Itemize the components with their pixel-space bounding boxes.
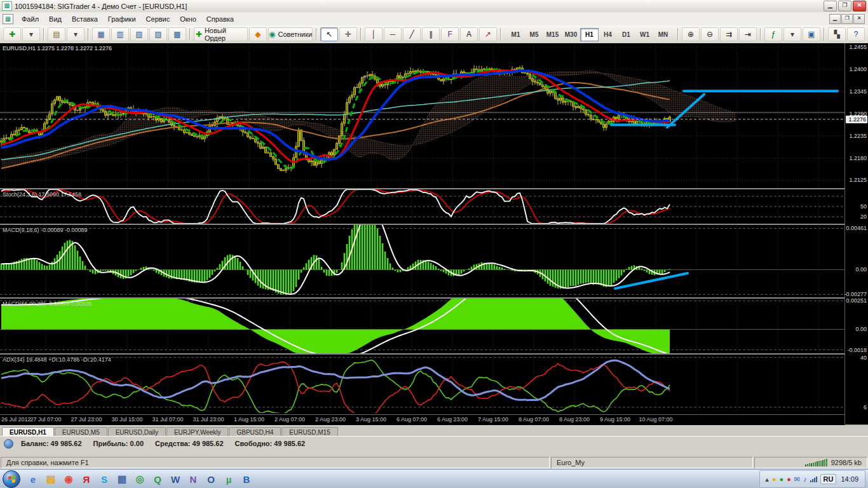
cursor-button[interactable]: ↖ <box>320 27 338 41</box>
taskbar-outlook[interactable]: O <box>203 471 219 487</box>
chart-canvas[interactable] <box>0 43 845 414</box>
tab-eurusd-m5[interactable]: EURUSD,M5 <box>55 427 107 437</box>
tray-show-hidden-icon[interactable]: ▴ <box>765 476 769 483</box>
time-label: 27 Jul 23:00 <box>71 416 102 423</box>
alert-button[interactable]: ◆ <box>249 27 267 41</box>
mdi-close-button[interactable]: ✕ <box>853 14 865 24</box>
tray-icon-3[interactable]: ● <box>787 476 791 483</box>
hline-button[interactable]: ─ <box>384 27 402 41</box>
start-button[interactable] <box>3 470 20 488</box>
chart-shift-button[interactable]: ⇥ <box>739 27 757 41</box>
vline-button[interactable]: │ <box>365 27 383 41</box>
new-order-button[interactable]: ✚Новый Ордер <box>194 27 248 41</box>
chart-window-icon: ▦ <box>3 14 13 24</box>
menu-help[interactable]: Справка <box>201 13 239 25</box>
tab-eurusd-daily[interactable]: EURUSD,Daily <box>108 427 166 437</box>
menu-bar: ▦ ФайлВидВставкаГрафикиСервисОкноСправка… <box>0 12 868 26</box>
menu-window[interactable]: Окно <box>175 13 201 25</box>
menu-charts[interactable]: Графики <box>103 13 141 25</box>
menu-tools[interactable]: Сервис <box>141 13 175 25</box>
status-profile[interactable]: Euro_My <box>551 457 753 468</box>
taskbar-onenote[interactable]: N <box>185 471 201 487</box>
taskbar-bluetooth[interactable]: B <box>238 471 255 487</box>
menu-file[interactable]: Файл <box>17 13 44 25</box>
alert-button-icon: ◆ <box>255 30 261 39</box>
timeframe-d1-button[interactable]: D1 <box>617 28 635 41</box>
templates-button[interactable]: ▣ <box>803 27 820 41</box>
timeframe-h4-button[interactable]: H4 <box>599 28 617 41</box>
menu-insert[interactable]: Вставка <box>67 13 103 25</box>
minimize-button[interactable]: ▁ <box>824 1 837 11</box>
macd2-scale-label: -0.0018 <box>847 347 867 353</box>
language-indicator[interactable]: RU <box>820 474 837 484</box>
help-button[interactable]: ? <box>847 27 865 41</box>
terminal-button[interactable]: ▨ <box>149 27 167 41</box>
tab-eurjpy-weekly[interactable]: EURJPY,Weekly <box>166 427 229 437</box>
taskbar-yandex[interactable]: Я <box>78 471 95 487</box>
timeframe-mn-button[interactable]: MN <box>654 28 672 41</box>
taskbar-word[interactable]: W <box>167 471 184 487</box>
zoom-out-button[interactable]: ⊖ <box>701 27 719 41</box>
mdi-minimize-button[interactable]: ▁ <box>829 14 841 24</box>
tab-gbpusd-h4[interactable]: GBPUSD,H4 <box>229 427 281 437</box>
mdi-restore-button[interactable]: ❐ <box>841 14 853 24</box>
periods-dropdown[interactable]: ▾ <box>783 27 801 41</box>
strategy-tester-button[interactable]: ▩ <box>168 27 186 41</box>
clock[interactable]: 14:09 <box>839 475 860 483</box>
taskbar-ie[interactable]: e <box>25 471 41 487</box>
taskbar-explorer[interactable]: ▤ <box>43 471 59 487</box>
arrow-tool-button[interactable]: ↗ <box>479 27 497 41</box>
close-button[interactable]: ✕ <box>853 1 866 11</box>
timeframe-w1-button[interactable]: W1 <box>635 28 654 41</box>
taskbar-media[interactable]: ◉ <box>60 471 77 487</box>
tray-icon-1[interactable]: ● <box>772 476 776 483</box>
taskbar-utorrent[interactable]: µ <box>220 471 237 487</box>
timeframe-m5-button[interactable]: M5 <box>525 28 543 41</box>
experts-button[interactable]: ◉Советники <box>268 27 313 41</box>
timeframe-h1-button[interactable]: H1 <box>580 28 599 41</box>
maximize-button[interactable]: ❐ <box>838 1 851 11</box>
account-free-margin: Свободно: 49 985.62 <box>235 440 306 447</box>
zoom-in-button[interactable]: ⊕ <box>682 27 700 41</box>
window-tile-button[interactable]: ▚ <box>828 27 846 41</box>
mdi-window-buttons: ▁ ❐ ✕ <box>829 14 865 24</box>
app-icon: ▦ <box>2 1 12 11</box>
text-button[interactable]: A <box>460 27 478 41</box>
menu-view[interactable]: Вид <box>44 13 67 25</box>
time-label: 31 Jul 07:00 <box>152 416 183 423</box>
profiles-dropdown[interactable]: ▾ <box>67 27 85 41</box>
taskbar-qip[interactable]: Q <box>149 471 166 487</box>
chart-area[interactable]: EURUSD,H1 1.2275 1.2278 1.2272 1.2276Sto… <box>0 43 868 424</box>
timeframe-m30-button[interactable]: M30 <box>562 28 580 41</box>
auto-scroll-button[interactable]: ⇉ <box>720 27 738 41</box>
timeframe-m15-button[interactable]: M15 <box>543 28 562 41</box>
fibo-button-icon: F <box>447 30 452 39</box>
price-scale[interactable]: 1.24551.24001.23451.22901.22351.21801.21… <box>844 43 868 424</box>
fibo-button[interactable]: F <box>441 27 459 41</box>
tray-volume-icon[interactable]: ♪ <box>803 476 807 483</box>
taskbar-chrome[interactable]: ◎ <box>132 471 148 487</box>
data-window-button[interactable]: ▥ <box>111 27 129 41</box>
taskbar-skype[interactable]: S <box>96 471 112 487</box>
tray-icon-2[interactable]: ● <box>780 476 784 483</box>
crosshair-button-icon: ✛ <box>345 30 351 39</box>
tab-eurusd-m15[interactable]: EURUSD,M15 <box>281 427 337 437</box>
time-axis[interactable]: 26 Jul 201227 Jul 07:0027 Jul 23:0030 Ju… <box>0 414 845 425</box>
chart-type-dropdown[interactable]: ▾ <box>22 27 40 41</box>
new-chart-button[interactable]: ✚ <box>3 27 21 41</box>
network-icon[interactable] <box>810 476 817 482</box>
tab-eurusd-h1[interactable]: EURUSD,H1 <box>2 427 54 437</box>
crosshair-button[interactable]: ✛ <box>339 27 357 41</box>
taskbar-calculator[interactable]: ▦ <box>114 471 130 487</box>
tray-mail-icon[interactable]: ✉ <box>794 476 800 483</box>
trendline-button-icon: ╱ <box>409 30 414 39</box>
channel-button[interactable]: ∥ <box>422 27 440 41</box>
trendline-button[interactable]: ╱ <box>403 27 421 41</box>
market-watch-button[interactable]: ▦ <box>92 27 110 41</box>
status-help-text: Для справки, нажмите F1 <box>1 457 550 468</box>
navigator-button[interactable]: ▧ <box>130 27 148 41</box>
macd1-scale-label: 0.00 <box>855 266 867 273</box>
timeframe-m1-button[interactable]: M1 <box>506 28 525 41</box>
indicators-button[interactable]: ƒ <box>764 27 782 41</box>
profiles-button[interactable]: ▤ <box>48 27 65 41</box>
